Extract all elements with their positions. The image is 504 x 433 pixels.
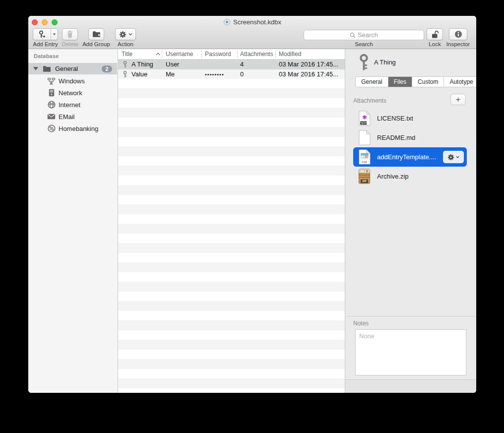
tab-general[interactable]: General: [356, 77, 388, 87]
toolbar-item-lock: Lock: [427, 28, 443, 40]
sidebar-item-general[interactable]: General 2: [28, 63, 117, 74]
sidebar-item-label: EMail: [59, 113, 75, 121]
sidebar-item-label: Windows: [59, 77, 85, 85]
notes-textarea[interactable]: None: [355, 329, 466, 375]
delete-button[interactable]: [62, 28, 78, 40]
add-entry-dropdown-arrow[interactable]: [51, 29, 58, 40]
toolbar-item-add-entry: Add Entry: [33, 28, 58, 40]
search-label: Search: [355, 41, 373, 47]
window-title: Screenshot.kdbx: [28, 18, 476, 26]
sidebar-item-label: Internet: [59, 101, 80, 109]
plus-icon: +: [456, 95, 461, 104]
document-proxy-icon: [223, 18, 231, 26]
toolbar-item-add-group: Add Group: [88, 28, 104, 40]
entry-row-value[interactable]: Value Me •••••••• 0 03 Mar 2016 17:45...: [118, 69, 345, 79]
percent-icon: [47, 124, 56, 132]
tab-autotype[interactable]: Autotype: [444, 77, 476, 87]
attachment-name: README.md: [377, 134, 415, 141]
blank-file-icon: [358, 130, 371, 145]
attachment-list: TEXT LICENSE.txt README.md: [353, 109, 467, 186]
tab-custom[interactable]: Custom: [412, 77, 444, 87]
attachment-name: Archive.zip: [377, 173, 409, 180]
add-entry-button[interactable]: [33, 28, 58, 40]
notes-placeholder: None: [359, 332, 375, 340]
folder-plus-icon: [92, 31, 101, 38]
disclosure-triangle-icon[interactable]: [33, 67, 38, 70]
inspector-tabs: General Files Custom Autotype: [355, 76, 476, 87]
sidebar-item-internet[interactable]: Internet: [28, 99, 118, 111]
sidebar-item-windows[interactable]: Windows: [28, 75, 118, 87]
svg-text:TEXT: TEXT: [360, 122, 366, 124]
envelope-icon: [47, 114, 56, 120]
flower-thumbnail: [362, 115, 367, 120]
inspector-entry-title: A Thing: [374, 59, 396, 66]
attachment-name: LICENSE.txt: [377, 115, 413, 122]
folder-icon: [43, 65, 51, 72]
cell-username: User: [166, 60, 179, 69]
attachment-row-license[interactable]: TEXT LICENSE.txt: [353, 109, 467, 128]
pdf-file-icon: PDF: [358, 149, 371, 165]
cell-modified: 03 Mar 2016 17:45...: [279, 69, 338, 79]
sort-ascending-icon: [156, 53, 160, 56]
svg-text:ZIP: ZIP: [362, 180, 367, 183]
trash-icon: [66, 30, 73, 38]
group-sidebar: Database General 2: [28, 49, 118, 393]
lock-button[interactable]: [427, 28, 443, 40]
column-header-modified[interactable]: Modified: [279, 51, 301, 58]
cell-username: Me: [166, 69, 175, 79]
toolbar-item-delete: Delete: [62, 28, 78, 40]
key-icon: [123, 61, 127, 68]
add-group-label: Add Group: [82, 41, 110, 47]
add-attachment-button[interactable]: +: [450, 94, 466, 105]
key-icon: [359, 54, 369, 71]
column-header-title[interactable]: Title: [122, 51, 132, 58]
entry-table-header: Title Username Password Attachments Modi…: [118, 49, 345, 60]
sidebar-item-label: Homebanking: [59, 125, 98, 132]
toolbar-item-search: Search: [304, 28, 424, 40]
sidebar-section-header: Database: [34, 53, 59, 59]
column-header-attachments[interactable]: Attachments: [240, 51, 273, 58]
attachment-name: addEntryTemplate....: [377, 153, 436, 161]
app-window: Screenshot.kdbx Add Entry: [28, 16, 476, 393]
toolbar-item-inspector: Inspector: [449, 28, 467, 40]
action-label: Action: [118, 41, 133, 47]
key-icon: [123, 71, 127, 78]
column-header-username[interactable]: Username: [166, 51, 193, 58]
add-group-button[interactable]: [88, 28, 104, 40]
notes-separator: [345, 316, 476, 316]
window-title-text: Screenshot.kdbx: [233, 18, 281, 26]
attachment-row-addentrytemplate[interactable]: PDF addEntryTemplate....: [353, 147, 467, 167]
column-header-password[interactable]: Password: [205, 51, 231, 58]
sidebar-item-network[interactable]: Network: [28, 87, 118, 99]
add-entry-label: Add Entry: [33, 41, 58, 47]
action-button[interactable]: [115, 28, 136, 40]
server-icon: [47, 89, 56, 97]
notes-section-label: Notes: [353, 320, 369, 327]
text-file-icon: TEXT: [358, 111, 371, 126]
sidebar-item-label: General: [55, 65, 78, 72]
main-content: Database General 2: [28, 49, 476, 393]
cell-title: A Thing: [131, 60, 153, 69]
sidebar-item-homebanking[interactable]: Homebanking: [28, 123, 118, 134]
cell-attachments: 4: [240, 60, 244, 69]
cell-password: ••••••••: [205, 69, 224, 79]
entry-row-a-thing[interactable]: A Thing User 4 03 Mar 2016 17:45...: [118, 60, 345, 69]
cell-title: Value: [131, 69, 147, 79]
attachment-row-archive[interactable]: ZIP Archive.zip: [353, 167, 467, 186]
inspector-label: Inspector: [446, 41, 470, 47]
workgroup-icon: [47, 77, 56, 85]
gear-icon: [119, 31, 126, 38]
attachment-row-readme[interactable]: README.md: [353, 128, 467, 147]
entry-count-badge: 2: [102, 65, 112, 72]
key-plus-icon[interactable]: [33, 29, 51, 40]
chevron-down-icon: [128, 32, 132, 36]
entry-table-body: A Thing User 4 03 Mar 2016 17:45...: [118, 60, 345, 393]
attachment-actions-button[interactable]: [443, 151, 464, 163]
info-icon: [454, 30, 462, 38]
tab-files[interactable]: Files: [388, 77, 412, 87]
inspector-button[interactable]: [449, 28, 467, 40]
delete-label: Delete: [62, 41, 78, 47]
inspector-panel: A Thing General Files Custom Autotype At…: [345, 49, 476, 393]
globe-icon: [47, 101, 56, 109]
sidebar-item-email[interactable]: EMail: [28, 111, 118, 123]
